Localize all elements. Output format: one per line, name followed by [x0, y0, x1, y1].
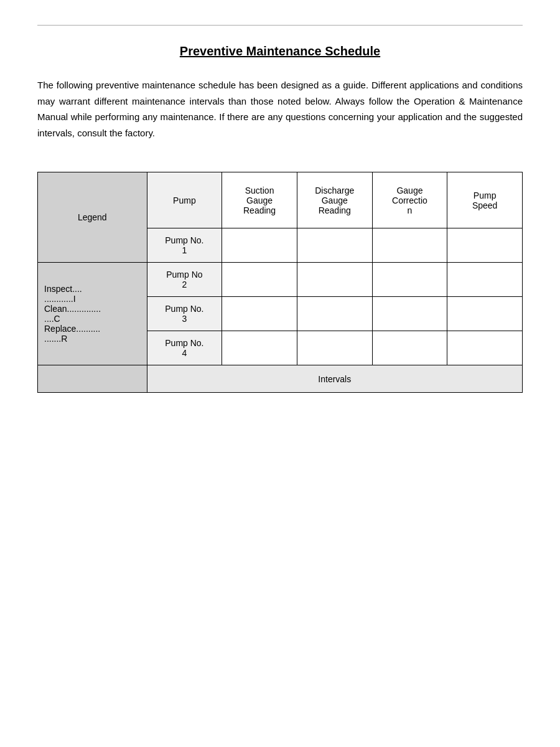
pump3-gauge-cell	[372, 297, 447, 331]
gauge-correction-header-cell: GaugeCorrection	[372, 172, 447, 228]
page-title: Preventive Maintenance Schedule	[37, 44, 523, 59]
pump-speed-header-label: PumpSpeed	[472, 190, 497, 210]
pump2-gauge-cell	[372, 263, 447, 297]
pump4-discharge-cell	[297, 331, 372, 365]
pump-header-cell: Pump	[147, 172, 222, 228]
pump-speed-header-cell: PumpSpeed	[447, 172, 523, 228]
intervals-cell: Intervals	[147, 365, 522, 393]
pump1-suction-cell	[222, 228, 297, 263]
discharge-header-cell: DischargeGaugeReading	[297, 172, 372, 228]
maintenance-table: Legend Pump SuctionGaugeReading Discharg…	[37, 172, 523, 393]
pump3-label: Pump No.3	[165, 304, 203, 324]
top-divider	[37, 25, 523, 26]
intervals-row: Intervals	[38, 365, 523, 393]
pump2-suction-cell	[222, 263, 297, 297]
pump3-discharge-cell	[297, 297, 372, 331]
pump1-label: Pump No.1	[165, 235, 203, 255]
legend-inspect-label: Inspect................IClean...........…	[44, 284, 101, 344]
legend-header-cell: Legend	[38, 172, 147, 263]
pump4-name-cell: Pump No.4	[147, 331, 222, 365]
intro-paragraph: The following preventive maintenance sch…	[37, 77, 523, 141]
intervals-legend-cell	[38, 365, 147, 393]
suction-header-cell: SuctionGaugeReading	[222, 172, 297, 228]
pump2-label: Pump No2	[166, 270, 202, 289]
pump4-label: Pump No.4	[165, 338, 203, 358]
intervals-label: Intervals	[318, 374, 351, 384]
pump4-speed-cell	[447, 331, 523, 365]
pump3-suction-cell	[222, 297, 297, 331]
pump3-speed-cell	[447, 297, 523, 331]
pump1-discharge-cell	[297, 228, 372, 263]
pump4-suction-cell	[222, 331, 297, 365]
table-header-row: Legend Pump SuctionGaugeReading Discharg…	[38, 172, 523, 228]
pump1-speed-cell	[447, 228, 523, 263]
legend-label: Legend	[78, 212, 107, 222]
gauge-correction-header-label: GaugeCorrection	[392, 186, 427, 215]
pump1-gauge-cell	[372, 228, 447, 263]
pump1-name-cell: Pump No.1	[147, 228, 222, 263]
pump3-name-cell: Pump No.3	[147, 297, 222, 331]
legend-body-cell: Inspect................IClean...........…	[38, 263, 147, 365]
pump4-gauge-cell	[372, 331, 447, 365]
pump2-discharge-cell	[297, 263, 372, 297]
table-row-pump2: Inspect................IClean...........…	[38, 263, 523, 297]
page: Preventive Maintenance Schedule The foll…	[0, 0, 560, 747]
suction-header-label: SuctionGaugeReading	[243, 186, 276, 215]
discharge-header-label: DischargeGaugeReading	[315, 186, 354, 215]
pump2-speed-cell	[447, 263, 523, 297]
pump-header-label: Pump	[173, 195, 196, 205]
pump2-name-cell: Pump No2	[147, 263, 222, 297]
